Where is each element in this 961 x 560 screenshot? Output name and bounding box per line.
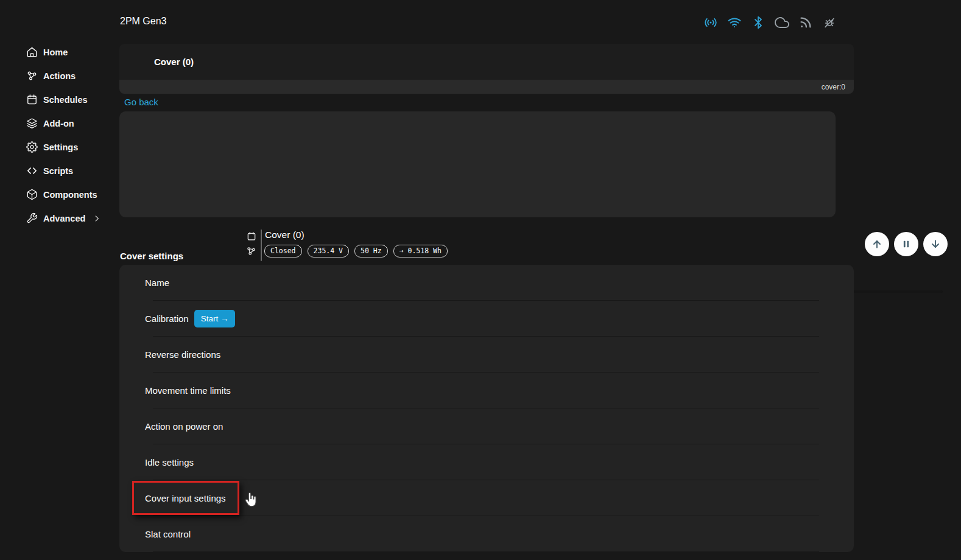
sidebar-item-scripts[interactable]: Scripts [0, 159, 110, 183]
sidebar-item-addon[interactable]: Add-on [0, 111, 110, 135]
cover-id-tag: cover:0 [822, 83, 845, 91]
status-icon-bar [703, 15, 837, 30]
layers-icon [26, 117, 38, 130]
divider [153, 551, 819, 552]
wrench-icon [26, 212, 38, 225]
sidebar-item-label: Schedules [43, 95, 88, 105]
settings-row-name[interactable]: Name [119, 265, 854, 300]
calendar-icon[interactable] [247, 231, 256, 241]
cover-buttons [865, 232, 948, 256]
cover-panel-strip: cover:0 [119, 80, 854, 94]
arrow-down-icon [929, 238, 942, 250]
actions-icon [26, 70, 38, 82]
ap-mode-icon [703, 15, 718, 30]
cover-card-title: Cover (0) [265, 229, 304, 240]
wifi-icon [727, 15, 742, 30]
voltage-badge: 235.4 V [308, 245, 349, 257]
cover-settings-heading: Cover settings [120, 251, 183, 261]
status-badge: Closed [264, 245, 302, 257]
sidebar-item-label: Scripts [43, 166, 73, 176]
settings-row-calibration[interactable]: Calibration Start → [119, 301, 854, 336]
cloud-icon [775, 15, 789, 30]
vertical-divider [261, 229, 262, 261]
sidebar: Home Actions Schedules [0, 40, 110, 230]
cover-panel-title[interactable]: Cover (0) [119, 44, 854, 80]
pause-icon [901, 239, 912, 250]
settings-row-action-on-power-on[interactable]: Action on power on [119, 408, 854, 444]
app-root: 2PM Gen3 [0, 0, 961, 560]
mqtt-icon [798, 15, 813, 30]
sidebar-item-schedules[interactable]: Schedules [0, 88, 110, 111]
cover-settings-card: Name Calibration Start → Reverse directi… [119, 265, 854, 552]
settings-row-movement-time-limits[interactable]: Movement time limits [119, 373, 854, 408]
arrow-up-icon [871, 238, 883, 250]
cover-list-panel: Cover (0) cover:0 [119, 44, 854, 94]
settings-row-slat-control[interactable]: Slat control [119, 516, 854, 551]
settings-row-idle-settings[interactable]: Idle settings [119, 444, 854, 480]
cover-control-card: Cover (0) Closed 235.4 V 50 Hz → 0.518 W… [119, 111, 836, 217]
code-icon [26, 165, 38, 177]
home-icon [26, 46, 38, 58]
sidebar-item-settings[interactable]: Settings [0, 135, 110, 159]
settings-row-cover-input-settings[interactable]: Cover input settings [119, 480, 854, 516]
box-icon [26, 189, 38, 201]
open-cover-button[interactable] [865, 232, 889, 256]
bluetooth-icon [751, 15, 766, 30]
sidebar-item-label: Add-on [43, 119, 74, 128]
calendar-icon [26, 94, 38, 106]
chevron-right-icon [93, 214, 101, 223]
actions-icon[interactable] [246, 246, 256, 256]
sidebar-item-components[interactable]: Components [0, 183, 110, 206]
debug-disabled-icon [822, 15, 837, 30]
calibration-start-button[interactable]: Start → [194, 310, 236, 327]
close-cover-button[interactable] [923, 232, 948, 256]
sidebar-item-label: Advanced [43, 214, 85, 223]
frequency-badge: 50 Hz [354, 245, 388, 257]
sidebar-item-home[interactable]: Home [0, 40, 110, 64]
sidebar-item-label: Components [43, 190, 97, 200]
sidebar-item-advanced[interactable]: Advanced [0, 206, 110, 230]
page-title: 2PM Gen3 [120, 16, 166, 27]
sidebar-item-label: Actions [43, 71, 76, 81]
sidebar-item-label: Home [43, 47, 68, 57]
settings-row-reverse-directions[interactable]: Reverse directions [119, 337, 854, 372]
pause-cover-button[interactable] [894, 232, 918, 256]
sidebar-item-label: Settings [43, 142, 78, 152]
gear-icon [26, 141, 38, 153]
sidebar-item-actions[interactable]: Actions [0, 64, 110, 88]
cover-status-badges: Closed 235.4 V 50 Hz → 0.518 Wh [264, 245, 448, 257]
energy-badge: → 0.518 Wh [393, 245, 448, 257]
go-back-link[interactable]: Go back [124, 97, 158, 107]
